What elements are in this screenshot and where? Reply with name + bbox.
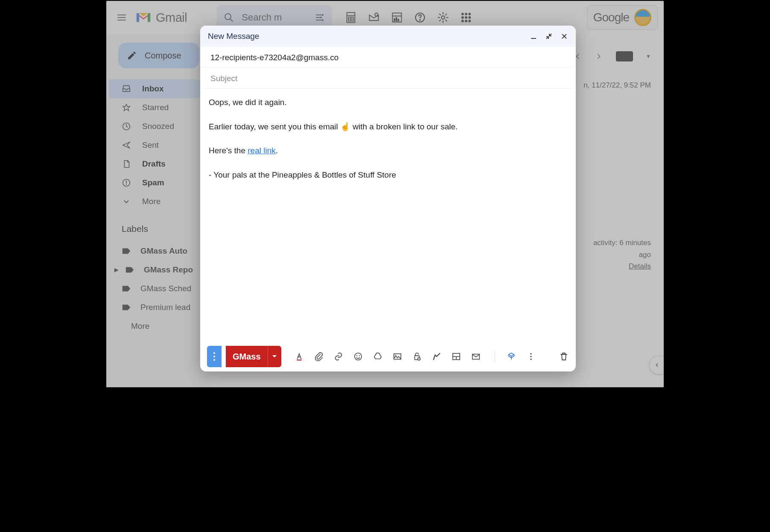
svg-line-1: [230, 19, 233, 21]
sidebar-item-label: Drafts: [142, 159, 166, 169]
compose-body[interactable]: Oops, we did it again. Earlier today, we…: [200, 89, 576, 342]
compose-window: New Message 12-recipients-e73204a2@gmass…: [200, 26, 576, 371]
svg-point-24: [465, 17, 467, 19]
gmass-send-button[interactable]: GMass: [226, 346, 281, 367]
template-icon[interactable]: [451, 351, 461, 362]
svg-point-3: [320, 17, 322, 18]
gmass-options-button[interactable]: [207, 346, 222, 367]
chevron-icon: [122, 197, 132, 206]
close-button[interactable]: [560, 32, 568, 40]
gmass-label: GMass: [226, 352, 268, 362]
sidebar-item-inbox[interactable]: Inbox: [109, 79, 205, 98]
discard-draft-icon[interactable]: [559, 351, 569, 362]
body-p2: Earlier today, we sent you this email ☝️…: [209, 121, 567, 133]
compose-toolbar: GMass: [200, 342, 576, 371]
svg-rect-16: [398, 19, 399, 21]
insert-signature-icon[interactable]: [432, 351, 442, 362]
svg-point-38: [356, 355, 357, 356]
ext-envelope-search-icon[interactable]: [367, 11, 381, 24]
label-tag-icon: [125, 266, 134, 274]
label-text: GMass Repo: [144, 265, 193, 275]
insert-link-icon[interactable]: [333, 351, 344, 362]
ext-sheet-icon[interactable]: [344, 11, 358, 24]
svg-point-48: [530, 353, 531, 354]
svg-point-28: [469, 20, 471, 22]
account-activity: activity: 6 minutes ago Details: [593, 237, 651, 272]
settings-gear-icon[interactable]: [436, 11, 450, 24]
svg-point-21: [465, 13, 467, 15]
activity-line-1: activity: 6 minutes: [593, 237, 651, 248]
svg-point-20: [462, 13, 464, 15]
minimize-button[interactable]: [530, 32, 537, 40]
apps-grid-icon[interactable]: [459, 11, 473, 24]
file-icon: [122, 159, 132, 169]
insert-photo-icon[interactable]: [392, 351, 402, 362]
sidebar-item-label: Starred: [142, 103, 169, 112]
recipients-field[interactable]: 12-recipients-e73204a2@gmass.co: [202, 47, 574, 68]
envelope-template-icon[interactable]: [471, 351, 481, 362]
gmass-cube-icon[interactable]: [506, 351, 516, 362]
body-p1: Oops, we did it again.: [209, 96, 567, 109]
svg-point-4: [322, 19, 324, 21]
svg-point-39: [359, 355, 359, 356]
compose-titlebar[interactable]: New Message: [200, 26, 576, 47]
help-icon[interactable]: [413, 11, 427, 24]
attach-file-icon[interactable]: [314, 351, 324, 362]
sidebar-item-label: Inbox: [142, 84, 164, 94]
insert-emoji-icon[interactable]: [353, 351, 363, 362]
gmail-logo[interactable]: Gmail: [135, 11, 187, 25]
svg-point-27: [465, 20, 467, 22]
google-account-chip[interactable]: Google: [587, 5, 658, 30]
sidebar-item-more[interactable]: More: [109, 192, 205, 211]
ext-analytics-icon[interactable]: [390, 11, 404, 24]
sidebar-item-sent[interactable]: Sent: [109, 136, 205, 155]
insert-drive-icon[interactable]: [373, 351, 383, 362]
confidential-mode-icon[interactable]: [412, 351, 422, 362]
label-item[interactable]: GMass Sched: [109, 279, 211, 298]
svg-point-22: [469, 13, 471, 15]
sidebar-item-label: Sent: [142, 140, 159, 150]
label-tag-icon: [122, 247, 131, 255]
input-tools-icon[interactable]: [616, 51, 633, 61]
label-item[interactable]: More: [109, 317, 211, 336]
sidebar-item-starred[interactable]: Starred: [109, 98, 205, 117]
alert-icon: [122, 178, 132, 187]
label-item[interactable]: Premium lead: [109, 298, 211, 317]
thread-timestamp: n, 11/27/22, 9:52 PM: [583, 81, 651, 90]
body-p3: Here's the real link.: [209, 145, 567, 157]
next-thread-button[interactable]: [595, 52, 603, 61]
sidebar-item-label: Snoozed: [142, 122, 174, 131]
input-tools-dropdown[interactable]: ▼: [646, 53, 651, 59]
activity-details-link[interactable]: Details: [629, 262, 651, 270]
exit-fullscreen-button[interactable]: [545, 32, 553, 40]
activity-line-2: ago: [593, 249, 651, 260]
subject-field[interactable]: Subject: [202, 68, 574, 89]
extension-icons: [344, 11, 473, 24]
clock-icon: [122, 122, 132, 131]
search-placeholder: Search m: [242, 12, 307, 23]
search-options-icon[interactable]: [315, 12, 325, 23]
gmass-dropdown[interactable]: [268, 346, 281, 367]
sidebar-item-snoozed[interactable]: Snoozed: [109, 117, 205, 136]
send-icon: [122, 140, 132, 150]
sidebar-item-label: Spam: [142, 178, 164, 187]
compose-button[interactable]: Compose: [118, 43, 199, 68]
sidebar-item-drafts[interactable]: Drafts: [109, 155, 205, 173]
sidebar-item-spam[interactable]: Spam: [109, 173, 205, 192]
main-menu-button[interactable]: [112, 8, 131, 27]
svg-point-25: [469, 17, 471, 19]
svg-point-26: [462, 20, 464, 22]
svg-point-2: [322, 14, 324, 16]
label-item[interactable]: ▶GMass Repo: [109, 260, 211, 279]
label-item[interactable]: GMass Auto: [109, 242, 211, 260]
real-link[interactable]: real link: [248, 146, 275, 155]
expand-icon[interactable]: ▶: [114, 267, 118, 273]
account-avatar[interactable]: [634, 9, 651, 26]
format-text-icon[interactable]: [294, 351, 304, 362]
thread-pager: ▼: [573, 51, 651, 61]
svg-point-32: [126, 184, 127, 185]
svg-point-19: [442, 16, 445, 19]
more-options-icon[interactable]: [526, 351, 536, 362]
star-icon: [122, 103, 132, 112]
label-text: GMass Auto: [140, 246, 187, 256]
